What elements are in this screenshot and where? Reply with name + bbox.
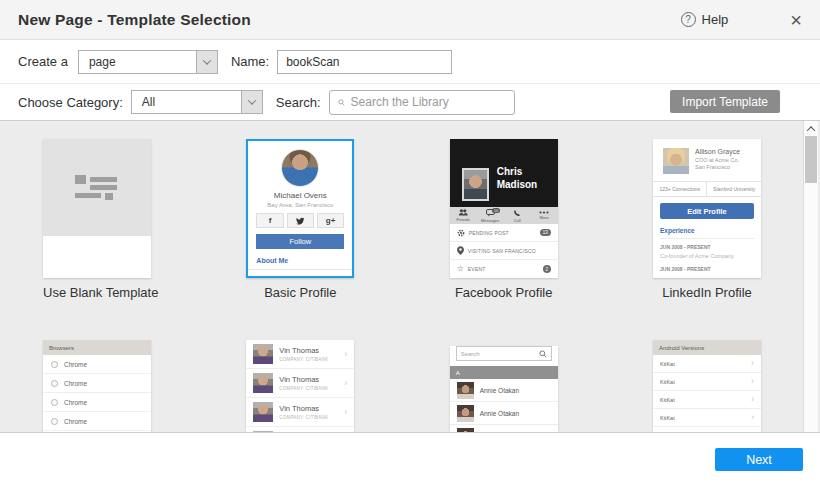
contact-row[interactable]: Vin Thomas COMPANY: CITIBANK ›: [246, 340, 354, 369]
list-header: Browsers: [43, 340, 151, 355]
more-button[interactable]: More: [531, 207, 558, 224]
call-icon: [513, 209, 521, 217]
basic-profile-card[interactable]: Michael Ovens Bay Area, San Francisco f …: [246, 139, 354, 278]
chevron-right-icon: ›: [751, 359, 754, 368]
contacts-card[interactable]: Vin Thomas COMPANY: CITIBANK › Vin Thoma…: [246, 340, 354, 433]
radio-icon[interactable]: [51, 380, 58, 387]
facebook-icon[interactable]: f: [256, 213, 283, 228]
create-type-select[interactable]: page: [78, 50, 218, 74]
list-item[interactable]: KitKat ›: [653, 391, 761, 409]
template-basic-profile[interactable]: Michael Ovens Bay Area, San Francisco f …: [246, 139, 354, 300]
dialog-footer: Next: [0, 433, 820, 486]
google-plus-icon[interactable]: g+: [317, 213, 344, 228]
star-icon: ☆: [457, 265, 464, 273]
name-input[interactable]: [277, 50, 452, 74]
template-android-versions[interactable]: Android Versions KitKat › KitKat › KitKa…: [653, 340, 761, 433]
template-browsers-list[interactable]: Browsers Chrome Chrome Chrome Chrome Chr…: [43, 340, 151, 433]
chevron-right-icon: ›: [751, 413, 754, 422]
search-label: Search:: [276, 95, 321, 110]
mini-search-box[interactable]: Search: [456, 346, 552, 361]
list-item[interactable]: KitKat ›: [653, 355, 761, 373]
searchable-contacts-card[interactable]: Search A Annie Otakan Annie Otakan: [450, 346, 558, 433]
messages-button[interactable]: 10 Messages: [477, 207, 504, 224]
template-label: Facebook Profile: [450, 285, 558, 300]
search-icon: [539, 350, 547, 358]
browsers-card[interactable]: Browsers Chrome Chrome Chrome Chrome Chr…: [43, 340, 151, 433]
android-versions-card[interactable]: Android Versions KitKat › KitKat › KitKa…: [653, 340, 761, 433]
about-me-link[interactable]: About Me: [256, 257, 344, 264]
visiting-row[interactable]: VISITING SAN FRANCISCO: [450, 242, 558, 260]
blank-template-card[interactable]: [43, 139, 151, 278]
facebook-toolbar: Friends 10 Messages Cal: [450, 207, 558, 224]
avatar: [253, 344, 273, 364]
next-button[interactable]: Next: [715, 448, 803, 471]
contact-row[interactable]: Annie Otakan: [450, 402, 558, 425]
event-badge: 2: [543, 265, 551, 273]
scrollbar[interactable]: [803, 121, 818, 432]
twitter-icon[interactable]: [287, 213, 314, 228]
edit-profile-button[interactable]: Edit Profile: [660, 203, 754, 219]
filter-row: Choose Category: All Search: Import Temp…: [0, 84, 820, 120]
chevron-right-icon: ›: [344, 408, 347, 417]
help-button[interactable]: ? Help: [681, 12, 729, 27]
chevron-right-icon: ›: [344, 379, 347, 388]
chevron-down-icon: [196, 51, 217, 73]
list-header: Android Versions: [653, 340, 761, 355]
experience-heading: Experience: [660, 227, 754, 239]
create-row: Create a page Name:: [0, 40, 820, 84]
school-cell: Stanford University: [707, 182, 761, 196]
friends-icon: [458, 209, 468, 216]
import-template-button[interactable]: Import Template: [670, 90, 780, 113]
category-select[interactable]: All: [131, 90, 263, 114]
chevron-up-icon: [807, 126, 815, 134]
template-blank[interactable]: Use Blank Template: [43, 139, 151, 300]
list-item[interactable]: Chrome: [43, 355, 151, 374]
scroll-up-button[interactable]: [804, 121, 818, 136]
chevron-down-icon: [241, 91, 262, 113]
radio-icon[interactable]: [51, 399, 58, 406]
profile-title: COO at Acme Co.: [695, 157, 740, 163]
help-label: Help: [702, 12, 729, 27]
search-input[interactable]: [351, 95, 506, 109]
template-contact-list[interactable]: Vin Thomas COMPANY: CITIBANK › Vin Thoma…: [246, 340, 354, 433]
contact-row[interactable]: Vin Thomas COMPANY: CITIBANK ›: [246, 398, 354, 427]
experience-date: JUN 2008 - PRESENT: [660, 244, 754, 250]
contact-row[interactable]: Vin Thomas COMPANY: CITIBANK ›: [246, 369, 354, 398]
template-label: LinkedIn Profile: [653, 285, 761, 300]
list-item[interactable]: KitKat ›: [653, 409, 761, 427]
chevron-right-icon: ›: [344, 350, 347, 359]
contact-row[interactable]: Annie Otakan: [450, 379, 558, 402]
location-pin-icon: [457, 246, 464, 255]
follow-button[interactable]: Follow: [256, 234, 344, 249]
list-item[interactable]: Chrome: [43, 412, 151, 431]
pending-post-row[interactable]: PENDING POST 13: [450, 224, 558, 242]
list-item[interactable]: Chrome: [43, 393, 151, 412]
avatar: [663, 148, 689, 174]
search-icon: [338, 96, 345, 109]
call-button[interactable]: Call: [504, 207, 531, 224]
profile-location: San Francisco: [695, 164, 740, 170]
page-title: New Page - Template Selection: [18, 11, 251, 29]
linkedin-profile-card[interactable]: Allison Grayce COO at Acme Co. San Franc…: [653, 139, 761, 278]
scrollbar-thumb[interactable]: [805, 136, 817, 183]
category-label: Choose Category:: [18, 95, 123, 110]
template-facebook-profile[interactable]: Chris Madison Friends: [450, 139, 558, 300]
facebook-profile-card[interactable]: Chris Madison Friends: [450, 139, 558, 278]
template-linkedin-profile[interactable]: Allison Grayce COO at Acme Co. San Franc…: [653, 139, 761, 300]
avatar: [253, 373, 273, 393]
radio-icon[interactable]: [51, 418, 58, 425]
friends-button[interactable]: Friends: [450, 207, 477, 224]
profile-name: Chris Madison: [497, 165, 538, 191]
template-searchable-contacts[interactable]: Search A Annie Otakan Annie Otakan: [450, 340, 558, 433]
contact-row[interactable]: Annie Otakan: [450, 425, 558, 433]
list-item[interactable]: KitKat ›: [653, 373, 761, 391]
more-icon: [539, 211, 549, 214]
chevron-right-icon: ›: [751, 377, 754, 386]
radio-icon[interactable]: [51, 361, 58, 368]
avatar: [457, 405, 474, 422]
event-row[interactable]: ☆ EVENT 2: [450, 260, 558, 278]
profile-name: Michael Ovens: [248, 191, 352, 200]
messages-badge: 10: [492, 208, 499, 213]
close-icon[interactable]: ×: [790, 10, 802, 30]
list-item[interactable]: Chrome: [43, 374, 151, 393]
